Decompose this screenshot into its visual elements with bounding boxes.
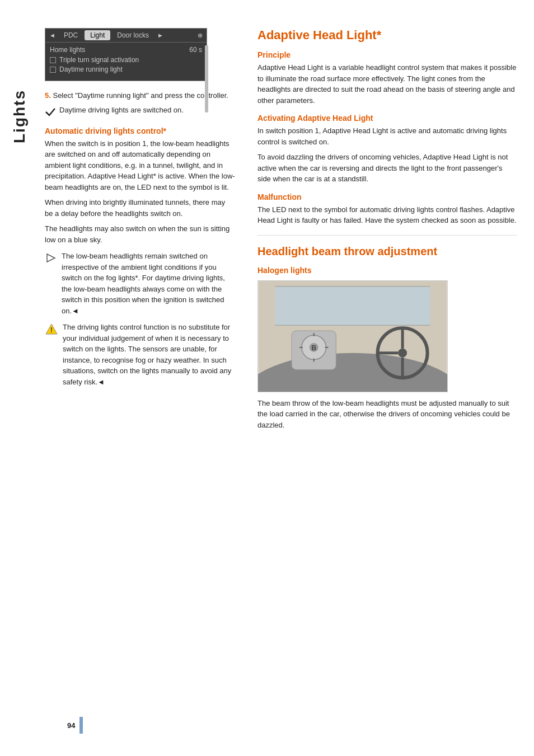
principle-heading: Principle [257, 50, 517, 59]
tab-light[interactable]: Light [85, 30, 110, 40]
svg-text:!: ! [50, 326, 53, 334]
auto-para2: When driving into brightly illuminated t… [45, 197, 235, 219]
beam-section: Headlight beam throw adjustment Halogen … [257, 245, 517, 431]
halogen-heading: Halogen lights [257, 266, 517, 275]
activating-heading: Activating Adaptive Head Light [257, 114, 517, 123]
tab-arrow-left[interactable]: ◄ [48, 32, 57, 39]
auto-section: Automatic driving lights control* When t… [45, 126, 235, 388]
svg-rect-18 [275, 287, 430, 325]
step5-number: 5. [45, 91, 51, 100]
info-arrow-icon [45, 252, 57, 264]
adaptive-heading: Adaptive Head Light* [257, 28, 517, 43]
page-number: 94 [67, 721, 75, 730]
warning-triangle-icon: ! [45, 323, 58, 336]
ui-checkbox-daytime: Daytime running light [50, 65, 202, 73]
checkbox-triple-label: Triple turn signal activation [59, 56, 139, 64]
halogen-image: B [257, 280, 448, 392]
svg-point-6 [398, 349, 407, 358]
checkmark-icon [45, 107, 56, 119]
sidebar-label: Lights [11, 90, 29, 143]
page-bar [79, 717, 83, 734]
tab-pdc[interactable]: PDC [58, 30, 83, 40]
info1-text: The low-beam headlights remain switched … [62, 251, 235, 316]
sidebar: Lights [0, 22, 39, 734]
malfunction-heading: Malfunction [257, 192, 517, 201]
home-lights-label: Home lights [50, 46, 85, 54]
beam-heading: Headlight beam throw adjustment [257, 245, 517, 258]
principle-section: Principle Adaptive Head Light is a varia… [257, 50, 517, 106]
checkbox-triple[interactable] [50, 57, 56, 63]
widget-scrollbar [205, 45, 208, 112]
malfunction-section: Malfunction The LED next to the symbol f… [257, 192, 517, 226]
ui-widget-body: Home lights 60 s Triple turn signal acti… [45, 43, 207, 81]
activating-para1: In switch position 1, Adaptive Head Ligh… [257, 125, 517, 147]
checkbox-daytime-label: Daytime running light [59, 65, 123, 73]
checkbox-daytime[interactable] [50, 67, 56, 73]
auto-para1: When the switch is in position 1, the lo… [45, 138, 235, 193]
activating-para2: To avoid dazzling the drivers of oncomin… [257, 152, 517, 185]
tab-arrow-right[interactable]: ► [156, 32, 165, 39]
malfunction-text: The LED next to the symbol for automatic… [257, 204, 517, 226]
tab-settings-icon[interactable]: ⊕ [196, 32, 204, 39]
tab-doorlocks[interactable]: Door locks [111, 30, 154, 40]
section-divider [257, 235, 517, 236]
info-box-1: The low-beam headlights remain switched … [45, 251, 235, 316]
warning1-text: The driving lights control function is n… [63, 322, 235, 387]
right-column: Adaptive Head Light* Principle Adaptive … [246, 22, 534, 734]
beam-text: The beam throw of the low-beam headlight… [257, 398, 517, 431]
ui-widget-tabs: ◄ PDC Light Door locks ► ⊕ [45, 29, 207, 43]
svg-text:B: B [311, 344, 316, 352]
daytime-note: Daytime driving lights are switched on. [59, 106, 184, 114]
page-number-block: 94 [67, 717, 83, 734]
warning-box: ! The driving lights control function is… [45, 322, 235, 387]
home-lights-value: 60 s [189, 46, 202, 54]
ui-home-lights-row: Home lights 60 s [50, 46, 202, 54]
auto-para3: The headlights may also switch on when t… [45, 223, 235, 245]
principle-text: Adaptive Head Light is a variable headli… [257, 62, 517, 106]
svg-marker-0 [47, 254, 55, 262]
auto-heading: Automatic driving lights control* [45, 126, 235, 135]
ui-widget: ◄ PDC Light Door locks ► ⊕ Home lights 6… [45, 28, 207, 81]
halogen-section: Halogen lights [257, 266, 517, 431]
left-column: ◄ PDC Light Door locks ► ⊕ Home lights 6… [39, 22, 246, 734]
ui-checkbox-triple: Triple turn signal activation [50, 56, 202, 64]
activating-section: Activating Adaptive Head Light In switch… [257, 114, 517, 185]
